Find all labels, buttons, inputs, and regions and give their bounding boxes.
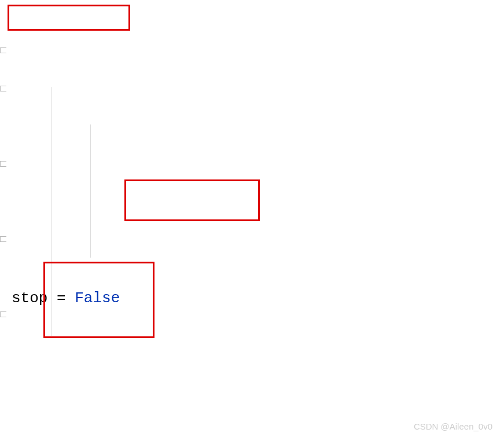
code-line-1: stop = False bbox=[12, 280, 504, 317]
watermark-text: CSDN @Aileen_0v0 bbox=[414, 420, 492, 434]
highlight-box-2 bbox=[124, 179, 260, 221]
highlight-box-1 bbox=[8, 5, 130, 31]
code-block: stop = False for i in range(5): for j in… bbox=[0, 0, 504, 440]
blank-line bbox=[12, 362, 504, 400]
